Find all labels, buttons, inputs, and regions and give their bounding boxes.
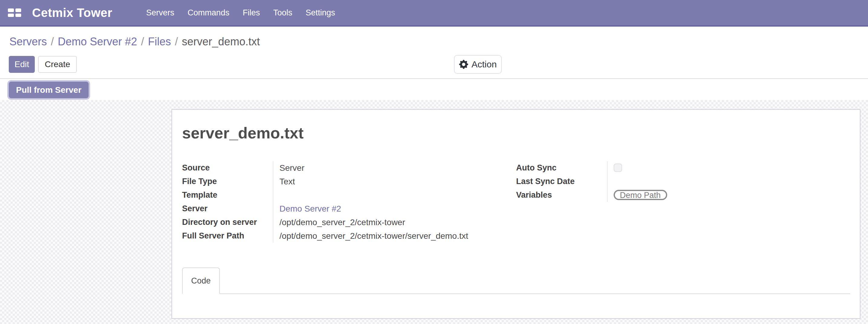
menu-item-commands[interactable]: Commands: [187, 8, 229, 18]
field-label-variables: Variables: [516, 188, 607, 202]
top-navbar: Cetmix Tower Servers Commands Files Tool…: [0, 0, 868, 27]
breadcrumb-separator: /: [171, 35, 182, 48]
field-group-right: Auto Sync Last Sync Date Variables Demo …: [516, 161, 850, 243]
field-value-full-server-path: /opt/demo_server_2/cetmix-tower/server_d…: [273, 229, 516, 243]
field-groups: Source Server File Type Text Template Se…: [182, 161, 850, 243]
field-value-source: Server: [273, 161, 516, 175]
field-label-file-type: File Type: [182, 175, 273, 188]
field-value-server: Demo Server #2: [273, 202, 516, 216]
field-value-last-sync-date: [607, 175, 850, 188]
tab-code-content: [182, 294, 850, 317]
action-button-label: Action: [471, 59, 497, 69]
field-value-file-type: Text: [273, 175, 516, 188]
form-background: server_demo.txt Source Server File Type …: [0, 100, 868, 324]
menu-item-servers[interactable]: Servers: [146, 8, 174, 18]
field-label-source: Source: [182, 161, 273, 175]
edit-button[interactable]: Edit: [9, 56, 35, 73]
pull-from-server-button[interactable]: Pull from Server: [9, 82, 89, 98]
menu-item-tools[interactable]: Tools: [273, 8, 292, 18]
apps-grid-square: [8, 8, 14, 12]
field-label-full-server-path: Full Server Path: [182, 229, 273, 243]
action-button[interactable]: Action: [454, 55, 502, 74]
breadcrumb-files[interactable]: Files: [148, 35, 171, 48]
main-menu: Servers Commands Files Tools Settings: [146, 8, 335, 18]
breadcrumb-current: server_demo.txt: [182, 35, 260, 48]
record-title: server_demo.txt: [182, 124, 850, 142]
controls-divider: [0, 78, 868, 79]
apps-grid-square: [8, 13, 14, 17]
brand-title[interactable]: Cetmix Tower: [32, 6, 112, 20]
field-label-directory-on-server: Directory on server: [182, 216, 273, 229]
server-record-link[interactable]: Demo Server #2: [279, 204, 341, 214]
form-sheet: server_demo.txt Source Server File Type …: [172, 109, 861, 319]
field-label-server: Server: [182, 202, 273, 216]
breadcrumb-separator: /: [47, 35, 58, 48]
breadcrumb-servers[interactable]: Servers: [9, 35, 47, 48]
apps-grid-square: [16, 8, 22, 12]
field-value-template: [273, 188, 516, 202]
field-label-template: Template: [182, 188, 273, 202]
field-value-auto-sync: [607, 161, 850, 175]
field-label-last-sync-date: Last Sync Date: [516, 175, 607, 188]
menu-item-files[interactable]: Files: [243, 8, 260, 18]
field-value-directory-on-server: /opt/demo_server_2/cetmix-tower: [273, 216, 516, 229]
field-label-auto-sync: Auto Sync: [516, 161, 607, 175]
field-group-left: Source Server File Type Text Template Se…: [182, 161, 516, 243]
app-window: Cetmix Tower Servers Commands Files Tool…: [0, 0, 868, 324]
apps-grid-square: [16, 13, 22, 17]
gear-icon: [459, 60, 468, 69]
breadcrumb-separator: /: [137, 35, 148, 48]
breadcrumb-demo-server-2[interactable]: Demo Server #2: [58, 35, 137, 48]
field-value-variables: Demo Path: [607, 188, 850, 202]
notebook-tabs: Code: [182, 267, 850, 294]
apps-grid-icon[interactable]: [8, 8, 21, 17]
breadcrumb: Servers/Demo Server #2/Files/server_demo…: [9, 35, 260, 48]
tab-code[interactable]: Code: [182, 267, 220, 294]
variable-tag-demo-path[interactable]: Demo Path: [614, 190, 667, 200]
auto-sync-checkbox[interactable]: [614, 163, 622, 172]
create-button[interactable]: Create: [38, 56, 77, 73]
menu-item-settings[interactable]: Settings: [306, 8, 335, 18]
